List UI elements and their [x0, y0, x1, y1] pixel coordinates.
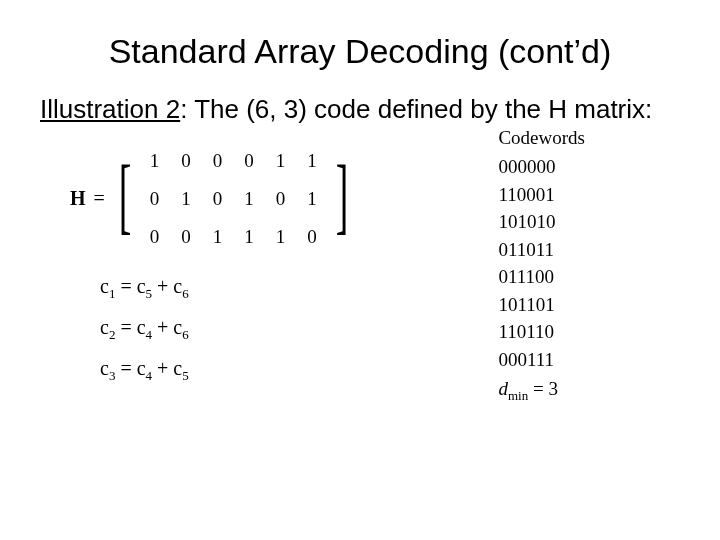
- parity-equations: c1 = c5 + c6 c2 = c4 + c6 c3 = c4 + c5: [100, 261, 189, 398]
- eq-plus: +: [152, 275, 173, 297]
- equation-2: c2 = c4 + c6: [100, 316, 189, 343]
- eq-var: c: [137, 357, 146, 379]
- codeword: 000000: [498, 153, 585, 181]
- codewords-block: Codewords 000000 110001 101010 011011 01…: [498, 124, 585, 407]
- eq-sub: 6: [182, 327, 189, 342]
- eq-sub: 6: [182, 286, 189, 301]
- eq-var: c: [137, 275, 146, 297]
- dmin-symbol: d: [498, 378, 508, 399]
- slide: Standard Array Decoding (cont’d) Illustr…: [0, 0, 720, 476]
- eq-op: =: [115, 357, 136, 379]
- matrix-cell: 0: [139, 180, 171, 218]
- eq-op: =: [115, 275, 136, 297]
- dmin-eq: =: [528, 378, 548, 399]
- matrix-cell: 1: [265, 218, 297, 256]
- dmin-value: 3: [548, 378, 558, 399]
- content-area: H = [ 1 0 0 0 1 1 0 1 0: [40, 136, 680, 476]
- illustration-label: Illustration 2: [40, 94, 180, 124]
- eq-var: c: [173, 357, 182, 379]
- h-matrix-block: H = [ 1 0 0 0 1 1 0 1 0: [70, 142, 356, 256]
- matrix-cell: 0: [202, 180, 234, 218]
- eq-op: =: [115, 316, 136, 338]
- matrix-cell: 0: [170, 142, 202, 180]
- matrix-label: H: [70, 187, 92, 210]
- slide-title: Standard Array Decoding (cont’d): [40, 32, 680, 71]
- eq-plus: +: [152, 357, 173, 379]
- matrix-cell: 1: [233, 218, 265, 256]
- matrix-cell: 0: [139, 218, 171, 256]
- left-bracket-icon: [: [119, 164, 132, 227]
- matrix-cell: 1: [202, 218, 234, 256]
- eq-var: c: [100, 316, 109, 338]
- matrix-cell: 0: [202, 142, 234, 180]
- matrix-cell: 0: [233, 142, 265, 180]
- matrix-cell: 0: [170, 218, 202, 256]
- dmin-subscript: min: [508, 388, 528, 403]
- codeword: 000111: [498, 346, 585, 374]
- eq-var: c: [100, 275, 109, 297]
- right-bracket-icon: ]: [336, 164, 349, 227]
- dmin-line: dmin = 3: [498, 375, 585, 406]
- codeword: 011011: [498, 236, 585, 264]
- matrix-cell: 0: [265, 180, 297, 218]
- eq-plus: +: [152, 316, 173, 338]
- illustration-intro: Illustration 2: The (6, 3) code defined …: [40, 93, 680, 126]
- matrix-cell: 1: [170, 180, 202, 218]
- matrix-cell: 1: [296, 180, 328, 218]
- matrix-cell: 1: [139, 142, 171, 180]
- codewords-heading: Codewords: [498, 124, 585, 152]
- matrix-row: 0 1 0 1 0 1: [139, 180, 328, 218]
- matrix-cell: 0: [296, 218, 328, 256]
- matrix-row: 0 0 1 1 1 0: [139, 218, 328, 256]
- matrix-cell: 1: [233, 180, 265, 218]
- matrix-equals: =: [92, 187, 111, 210]
- eq-var: c: [100, 357, 109, 379]
- codeword: 110001: [498, 181, 585, 209]
- equation-1: c1 = c5 + c6: [100, 275, 189, 302]
- codeword: 110110: [498, 318, 585, 346]
- eq-var: c: [137, 316, 146, 338]
- eq-var: c: [173, 275, 182, 297]
- codeword: 101101: [498, 291, 585, 319]
- matrix-row: 1 0 0 0 1 1: [139, 142, 328, 180]
- eq-var: c: [173, 316, 182, 338]
- matrix-grid: 1 0 0 0 1 1 0 1 0 1 0 1: [139, 142, 328, 256]
- eq-sub: 5: [182, 368, 189, 383]
- equation-3: c3 = c4 + c5: [100, 357, 189, 384]
- codeword: 011100: [498, 263, 585, 291]
- illustration-text: : The (6, 3) code defined by the H matri…: [180, 94, 652, 124]
- matrix-cell: 1: [265, 142, 297, 180]
- codeword: 101010: [498, 208, 585, 236]
- matrix-cell: 1: [296, 142, 328, 180]
